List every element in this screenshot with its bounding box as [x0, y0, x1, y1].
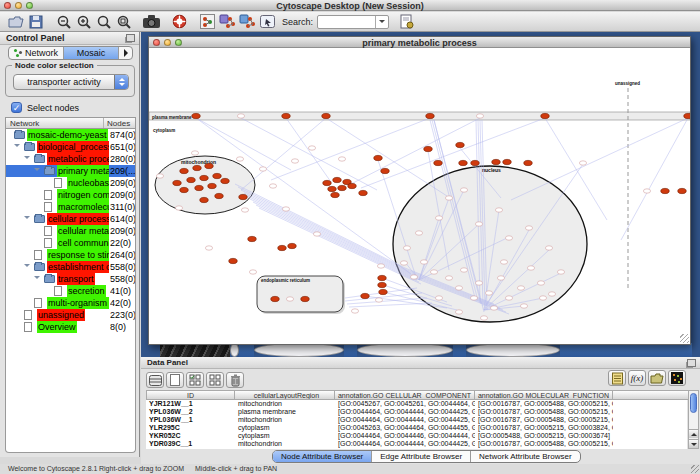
network-node[interactable]: [313, 232, 320, 236]
network-node[interactable]: [323, 180, 331, 185]
column-header[interactable]: annotation.GO CELLULAR_COMPONENT: [335, 390, 475, 400]
open-icon[interactable]: [6, 13, 25, 31]
network-node[interactable]: [470, 296, 477, 300]
save-icon[interactable]: [26, 13, 45, 31]
network-node[interactable]: [492, 159, 500, 164]
annotation-network-alt-icon[interactable]: [238, 13, 257, 31]
expand-arrow-icon[interactable]: [14, 144, 20, 150]
network-node[interactable]: [430, 270, 437, 274]
network-node[interactable]: [435, 296, 442, 300]
network-node[interactable]: [490, 306, 497, 310]
network-view-titlebar[interactable]: primary metabolic process: [149, 37, 690, 48]
table-row[interactable]: YPL036W__1mitochondrion[GO:0044464, GO:0…: [146, 416, 687, 424]
table-cell[interactable]: [GO:0044464, GO:0044446, GO:0044444, G..…: [335, 432, 475, 440]
network-node[interactable]: [476, 114, 483, 118]
network-node[interactable]: [495, 208, 502, 212]
table-cell[interactable]: mitochondrion: [235, 416, 335, 424]
network-node[interactable]: [643, 189, 650, 193]
network-node[interactable]: [475, 281, 482, 285]
network-node[interactable]: [471, 160, 479, 165]
tree-row[interactable]: response to stimul264(0): [6, 249, 135, 261]
network-node[interactable]: [539, 296, 546, 300]
expand-arrow-icon[interactable]: [24, 156, 30, 162]
network-node[interactable]: [333, 177, 341, 182]
node-color-dropdown[interactable]: transporter activity: [13, 74, 129, 90]
table-cell[interactable]: [GO:0044464, GO:0044444, GO:0044425, G..…: [335, 440, 475, 448]
network-node[interactable]: [525, 226, 532, 230]
tab-overflow-arrow-icon[interactable]: [119, 47, 132, 59]
background-window-fragment[interactable]: [160, 343, 230, 357]
network-node[interactable]: [282, 113, 290, 118]
app-resize-grip[interactable]: [691, 465, 699, 473]
import-attributes-icon[interactable]: [648, 370, 666, 386]
network-node[interactable]: [374, 155, 382, 160]
snapshot-camera-icon[interactable]: [142, 13, 161, 31]
zoom-in-icon[interactable]: [74, 13, 93, 31]
table-row[interactable]: YKR052Ccytoplasm[GO:0044464, GO:0044446,…: [146, 432, 687, 440]
network-overview-icon[interactable]: [198, 13, 217, 31]
help-lifering-icon[interactable]: [170, 13, 189, 31]
column-header[interactable]: annotation.GO MOLECULAR_FUNCTION: [475, 390, 613, 400]
table-cell[interactable]: cytoplasm: [235, 432, 335, 440]
network-node[interactable]: [500, 260, 507, 264]
background-window-fragment[interactable]: [239, 343, 254, 357]
network-node[interactable]: [497, 276, 504, 280]
tree-row[interactable]: cellular metabol209(0): [6, 225, 135, 237]
network-node[interactable]: [426, 113, 434, 118]
select-all-attributes-icon[interactable]: [186, 372, 204, 388]
network-node[interactable]: [213, 173, 221, 178]
select-nodes-checkbox[interactable]: ✓: [11, 102, 22, 113]
tab-mosaic[interactable]: Mosaic: [64, 47, 119, 59]
network-node[interactable]: [420, 260, 427, 264]
table-cell[interactable]: YPL036W__2: [146, 408, 235, 416]
table-cell[interactable]: [GO:0016787, GO:0005488, GO:0005215, G..…: [475, 400, 613, 408]
column-header-filler[interactable]: [613, 390, 693, 400]
table-cell[interactable]: YDR039C__1: [146, 440, 235, 448]
network-node[interactable]: [517, 286, 524, 290]
network-node[interactable]: [410, 275, 417, 279]
network-node[interactable]: [460, 268, 467, 272]
network-node[interactable]: [503, 159, 511, 164]
network-node[interactable]: [541, 113, 549, 118]
tree-row[interactable]: transport558(0): [6, 273, 135, 285]
network-node[interactable]: [375, 298, 382, 302]
table-cell[interactable]: YJR121W__1: [146, 400, 235, 408]
network-node[interactable]: [400, 261, 407, 265]
table-cell[interactable]: [GO:0045263, GO:0044464, GO:0044455, G..…: [335, 424, 475, 432]
network-node[interactable]: [249, 270, 256, 274]
network-node[interactable]: [435, 216, 442, 220]
table-cell[interactable]: YLR295C: [146, 424, 235, 432]
network-node[interactable]: [259, 167, 266, 171]
network-node[interactable]: [579, 161, 586, 165]
network-node[interactable]: [221, 178, 229, 183]
network-node[interactable]: [520, 304, 527, 308]
network-node[interactable]: [505, 296, 512, 300]
network-node[interactable]: [229, 258, 237, 263]
network-node[interactable]: [415, 231, 422, 235]
network-node[interactable]: [537, 281, 544, 285]
table-cell[interactable]: [GO:0016787, GO:0005488, GO:0005215, G..…: [475, 416, 613, 424]
unselect-all-attributes-icon[interactable]: [206, 372, 224, 388]
network-node[interactable]: [308, 146, 315, 150]
vizmapper-icon[interactable]: [258, 13, 277, 31]
background-window-fragment[interactable]: [254, 343, 344, 357]
network-node[interactable]: [278, 245, 286, 250]
network-node[interactable]: [361, 293, 369, 298]
network-node[interactable]: [241, 208, 248, 212]
column-header[interactable]: ID: [146, 390, 235, 400]
network-node[interactable]: [661, 188, 669, 193]
network-node[interactable]: [248, 236, 256, 241]
float-panel-icon[interactable]: [687, 359, 696, 367]
background-window-fragment[interactable]: [560, 343, 692, 357]
expand-arrow-icon[interactable]: [24, 264, 30, 270]
network-node[interactable]: [475, 222, 482, 226]
network-node[interactable]: [291, 159, 298, 163]
search-input[interactable]: [318, 16, 375, 28]
scroll-up-icon[interactable]: [689, 429, 698, 438]
network-node[interactable]: [286, 297, 293, 301]
attribute-list-icon[interactable]: [608, 370, 626, 386]
table-cell[interactable]: [GO:0016787, GO:0005488, GO:0005215, G..…: [475, 408, 613, 416]
tree-row[interactable]: establishment of lo558(0): [6, 261, 135, 273]
attribute-table-icon[interactable]: [146, 372, 164, 388]
tree-row[interactable]: nucleobase-209(0): [6, 177, 135, 189]
